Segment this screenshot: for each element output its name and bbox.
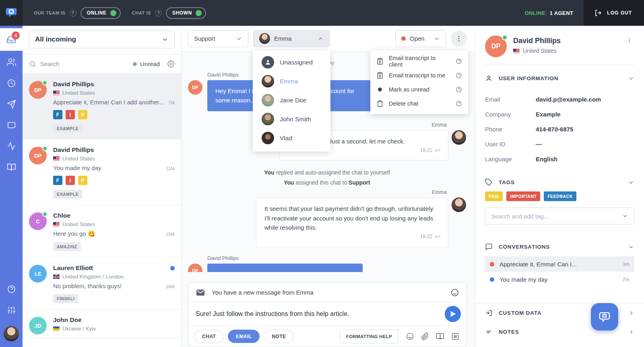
chevron-down-icon [628,179,634,186]
agent-profile-avatar[interactable] [4,326,19,341]
tag-important[interactable]: IMPORTANT [506,191,540,201]
team-status-group: OUR TEAM IS ? ONLINE [34,7,121,19]
knowledge-base-icon[interactable] [436,332,444,341]
team-status-toggle[interactable]: ONLINE [80,7,121,19]
action-delete-chat[interactable]: Delete chat [370,96,468,110]
nav-archives[interactable] [0,73,23,94]
chat-item-david-2[interactable]: DP David Phillips United States You made… [23,139,181,205]
unread-filter-toggle[interactable]: Unread [133,60,160,67]
chat-column: Support Emma Open [182,26,475,347]
tag-search-input[interactable]: Search and add tag... [485,208,634,224]
agent-avatar [452,130,466,145]
chat-actions-menu-button[interactable] [451,31,467,47]
chat-list-panel: All incoming Unread [23,26,182,347]
email-subject-row: You have a new message from Emma [188,283,466,302]
section-user-information[interactable]: USER INFORMATION [485,75,634,82]
email-subject-text: You have a new message from Emma [212,289,444,296]
tab-chat[interactable]: CHAT [194,330,224,343]
gear-icon[interactable] [167,60,175,68]
nav-reports[interactable] [0,135,23,156]
conversation-row-current[interactable]: Appreciate it, Emma! Can I... 3m [485,256,634,272]
attachment-icon[interactable] [421,332,429,341]
customer-details-panel: DP David Phillips United States USER INF… [475,26,644,347]
emoji-picker-icon[interactable] [406,332,414,341]
chat-filter-value: All incoming [35,35,76,44]
chat-item-snippet: You made my day [53,164,101,171]
agent-avatar [262,94,274,106]
conversation-row-previous[interactable]: You made my day 7m [485,272,634,287]
chat-item-location: United Kingdom / London [62,274,124,280]
flag-icon [53,91,60,95]
online-toggle-dot [110,10,116,16]
open-conversation-dot [490,262,494,266]
logout-button[interactable]: LOG OUT [584,0,644,26]
chat-item-lauren[interactable]: LE Lauren Elliott United Kingdom / Londo… [23,258,181,310]
agent-dropdown-value: Emma [274,35,291,42]
nav-knowledge-base[interactable] [0,156,23,177]
help-circle-icon [7,285,16,294]
action-email-transcript-me[interactable]: Email transcript to me [370,68,468,82]
section-conversations[interactable]: CONVERSATIONS [485,243,634,251]
agent-dropdown[interactable]: Emma [253,30,330,47]
customer-actions-menu-button[interactable] [624,35,634,46]
chat-item-chloe[interactable]: C Chloe United States Here you go 😋15M A… [23,205,181,258]
send-button[interactable] [445,306,461,322]
shortcut-hint-icon [456,86,462,93]
customer-name: David Phillips [513,37,561,45]
chat-filter-dropdown[interactable]: All incoming [29,31,175,48]
chevron-down-icon [622,213,628,219]
formatting-help-button[interactable]: FORMATTING HELP [340,329,398,343]
group-dropdown[interactable]: Support [188,30,248,47]
agent-menu-item-john[interactable]: John Smith [253,110,330,129]
tab-email[interactable]: EMAIL [228,330,260,343]
emoji-icon[interactable] [450,288,459,297]
canned-response-icon[interactable] [451,332,459,341]
chat-item-snippet: Here you go 😋 [53,230,95,237]
chevron-right-icon [628,310,634,316]
speech-bubble-icon [485,243,493,251]
team-status-help-icon[interactable]: ? [70,10,76,17]
section-tags[interactable]: TAGS [485,179,634,186]
chat-actions-menu: Email transcript to client Email transcr… [370,50,468,114]
chat-item-location: United States [62,156,95,162]
status-dropdown[interactable]: Open [395,30,446,47]
chat-item-time: 15M [163,232,175,237]
system-message: You assigned this chat to Support [188,179,466,186]
group-badge: EXAMPLE [53,190,82,199]
nav-traffic[interactable] [0,114,23,135]
agent-menu-item-unassigned[interactable]: Unassigned [253,53,330,72]
notes-icon [485,328,493,336]
nav-chats[interactable]: 4 [0,28,23,51]
agent-menu-item-vlad[interactable]: Vlad [253,129,330,148]
chat-status-label: CHAT IS [132,10,151,15]
chat-status-toggle[interactable]: SHOWN [166,7,206,19]
search-input[interactable] [40,60,129,67]
agent-avatar [262,75,274,87]
livechat-widget-button[interactable] [591,303,618,330]
livechat-logo[interactable] [0,0,23,26]
nav-settings[interactable] [0,299,23,320]
tag-paid[interactable]: PAID [485,191,503,201]
transcript-icon [376,72,384,79]
nav-tickets[interactable] [0,94,23,114]
chat-item-name: Chloe [53,212,70,219]
tab-note[interactable]: NOTE [264,330,294,343]
nav-customers[interactable] [0,52,23,73]
message-input[interactable]: Sure! Just follow the instructions from … [196,310,445,318]
nav-help[interactable] [0,278,23,299]
action-mark-unread[interactable]: Mark as unread [370,82,468,96]
agent-avatar [262,113,274,125]
tag-feedback[interactable]: FEEDBACK [544,191,576,201]
chat-item-location: United States [62,221,95,227]
chat-item-david-1[interactable]: DP David Phillips United States Apprecia… [23,74,181,139]
agent-menu-item-emma[interactable]: Emma [253,72,330,91]
chat-item-name: Lauren Elliott [53,264,93,272]
agent-menu-item-jane[interactable]: Jane Doe [253,91,330,110]
chat-item-john[interactable]: JD John Doe Ukraine / Kyiv [23,310,181,338]
conversation-list: Appreciate it, Emma! Can I... 3m You mad… [485,256,634,287]
agents-online-status: ONLINE: 1 AGENT [524,10,584,16]
action-email-transcript-client[interactable]: Email transcript to client [370,54,468,68]
chat-status-help-icon[interactable]: ? [155,10,162,17]
avatar: LE [29,265,47,283]
composer-icons [406,332,459,341]
